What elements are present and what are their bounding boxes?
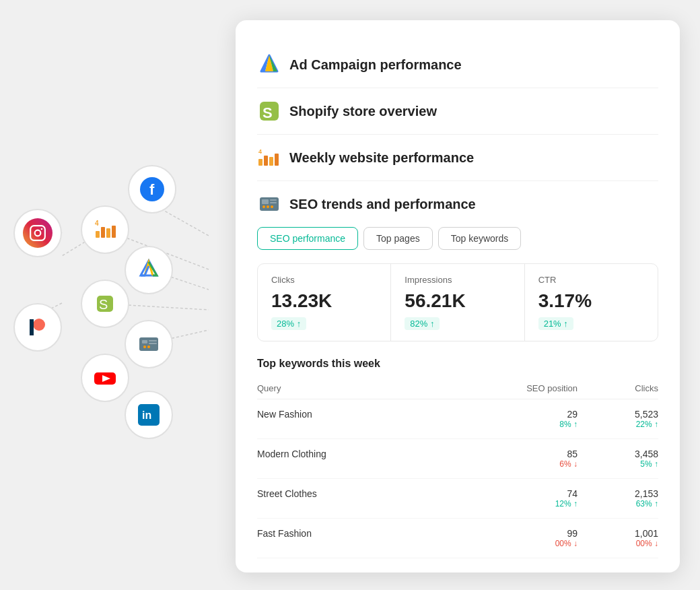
keyword-row-4: Fast Fashion 99 00% ↓ 1,001 00% ↓ bbox=[257, 519, 658, 558]
clicks-col-2: 3,458 5% ↑ bbox=[578, 449, 658, 469]
svg-text:S: S bbox=[262, 104, 273, 121]
svg-rect-26 bbox=[149, 340, 157, 341]
seo-header: SEO trends and performance bbox=[257, 192, 658, 216]
clicks-col-3: 2,153 63% ↑ bbox=[578, 488, 658, 509]
col-query: Query bbox=[257, 383, 470, 393]
query-2: Modern Clothing bbox=[257, 449, 470, 469]
keyword-row-3: Street Clothes 74 12% ↑ 2,153 63% ↑ bbox=[257, 479, 658, 519]
table-header: Query SEO position Clicks bbox=[257, 378, 658, 399]
svg-rect-8 bbox=[30, 226, 45, 240]
seo-tabs: SEO performance Top pages Top keywords bbox=[257, 227, 658, 250]
weekly-section-icon: 4 bbox=[257, 145, 281, 170]
svg-rect-25 bbox=[142, 340, 147, 343]
youtube-icon[interactable] bbox=[81, 354, 129, 402]
clicks-change-2: 5% ↑ bbox=[578, 459, 658, 469]
pos-number-2: 85 bbox=[470, 449, 578, 459]
svg-text:4: 4 bbox=[258, 148, 262, 155]
analytics-icon[interactable]: 4 bbox=[81, 205, 129, 254]
tab-seo-performance[interactable]: SEO performance bbox=[257, 227, 358, 250]
clicks-number-2: 3,458 bbox=[578, 449, 658, 459]
svg-rect-44 bbox=[270, 202, 277, 203]
keyword-row-2: Modern Clothing 85 6% ↓ 3,458 5% ↑ bbox=[257, 439, 658, 479]
clicks-col-4: 1,001 00% ↓ bbox=[578, 528, 658, 548]
left-icons-area: f 4 bbox=[0, 0, 215, 590]
facebook-icon[interactable]: f bbox=[128, 165, 176, 214]
svg-text:f: f bbox=[149, 181, 155, 198]
pos-number-4: 99 bbox=[470, 528, 578, 539]
clicks-change-1: 22% ↑ bbox=[578, 420, 658, 429]
pos-change-2: 6% ↓ bbox=[470, 459, 578, 469]
clicks-change-4: 00% ↓ bbox=[578, 539, 658, 548]
pos-col-4: 99 00% ↓ bbox=[470, 528, 578, 548]
pos-col-3: 74 12% ↑ bbox=[470, 488, 578, 509]
seo-title: SEO trends and performance bbox=[289, 197, 476, 212]
clicks-number-1: 5,523 bbox=[578, 409, 658, 420]
svg-rect-27 bbox=[149, 343, 157, 344]
svg-text:S: S bbox=[99, 297, 108, 312]
query-3: Street Clothes bbox=[257, 488, 470, 509]
patreon-icon[interactable] bbox=[13, 303, 62, 352]
svg-point-28 bbox=[143, 346, 146, 348]
pos-number-1: 29 bbox=[470, 409, 578, 420]
svg-point-45 bbox=[262, 205, 265, 208]
clicks-change-3: 63% ↑ bbox=[578, 499, 658, 509]
svg-rect-17 bbox=[101, 227, 105, 238]
svg-rect-19 bbox=[112, 226, 116, 238]
linkedin-icon[interactable]: in bbox=[125, 391, 173, 439]
shopify-section-title: Shopify store overview bbox=[289, 104, 437, 119]
tab-top-pages[interactable]: Top pages bbox=[363, 227, 433, 250]
ad-campaign-icon bbox=[257, 53, 281, 77]
clicks-change: 28% ↑ bbox=[271, 317, 306, 330]
seo-section: SEO trends and performance SEO performan… bbox=[257, 181, 658, 558]
svg-rect-12 bbox=[30, 319, 34, 335]
clicks-number-3: 2,153 bbox=[578, 488, 658, 499]
svg-rect-38 bbox=[264, 156, 268, 166]
weekly-section-title: Weekly website performance bbox=[289, 150, 474, 166]
col-clicks: Clicks bbox=[578, 383, 658, 393]
weekly-section: 4 Weekly website performance bbox=[257, 135, 658, 181]
metric-ctr: CTR 3.17% 21% ↑ bbox=[525, 264, 658, 341]
svg-point-29 bbox=[147, 346, 150, 348]
svg-rect-16 bbox=[96, 231, 100, 238]
tool-icon[interactable] bbox=[125, 320, 173, 368]
pos-number-3: 74 bbox=[470, 488, 578, 499]
clicks-number-4: 1,001 bbox=[578, 528, 658, 539]
pos-change-4: 00% ↓ bbox=[470, 539, 578, 548]
metric-clicks: Clicks 13.23K 28% ↑ bbox=[258, 264, 391, 341]
impressions-value: 56.21K bbox=[405, 290, 510, 312]
svg-rect-42 bbox=[262, 199, 269, 204]
svg-text:in: in bbox=[142, 409, 151, 421]
svg-rect-39 bbox=[269, 157, 273, 166]
svg-point-10 bbox=[41, 228, 43, 230]
clicks-value: 13.23K bbox=[271, 290, 377, 312]
col-seo-position: SEO position bbox=[470, 383, 578, 393]
google-ads-icon[interactable] bbox=[125, 246, 173, 294]
seo-metrics: Clicks 13.23K 28% ↑ Impressions 56.21K 8… bbox=[257, 263, 658, 341]
svg-text:4: 4 bbox=[95, 220, 99, 227]
clicks-label: Clicks bbox=[271, 275, 377, 285]
pos-col-1: 29 8% ↑ bbox=[470, 409, 578, 429]
keywords-title: Top keywords this week bbox=[257, 358, 658, 370]
instagram-icon[interactable] bbox=[13, 209, 62, 257]
ctr-label: CTR bbox=[538, 275, 644, 285]
impressions-change: 82% ↑ bbox=[405, 317, 440, 330]
shopify-icon[interactable]: S bbox=[81, 280, 129, 328]
pos-col-2: 85 6% ↓ bbox=[470, 449, 578, 469]
clicks-col-1: 5,523 22% ↑ bbox=[578, 409, 658, 429]
svg-point-46 bbox=[267, 205, 269, 208]
svg-point-9 bbox=[35, 230, 41, 236]
svg-rect-18 bbox=[106, 228, 110, 238]
svg-rect-40 bbox=[275, 154, 279, 166]
metric-impressions: Impressions 56.21K 82% ↑ bbox=[391, 264, 524, 341]
impressions-label: Impressions bbox=[405, 275, 510, 285]
svg-rect-37 bbox=[258, 159, 262, 166]
keywords-section: Top keywords this week Query SEO positio… bbox=[257, 358, 658, 558]
shopify-section-icon: S bbox=[257, 99, 281, 123]
ad-campaign-section: Ad Campaign performance bbox=[257, 42, 658, 88]
query-1: New Fashion bbox=[257, 409, 470, 429]
seo-icon bbox=[257, 192, 281, 216]
keyword-row-1: New Fashion 29 8% ↑ 5,523 22% ↑ bbox=[257, 399, 658, 439]
query-4: Fast Fashion bbox=[257, 528, 470, 548]
svg-rect-43 bbox=[270, 199, 277, 201]
tab-top-keywords[interactable]: Top keywords bbox=[438, 227, 522, 250]
